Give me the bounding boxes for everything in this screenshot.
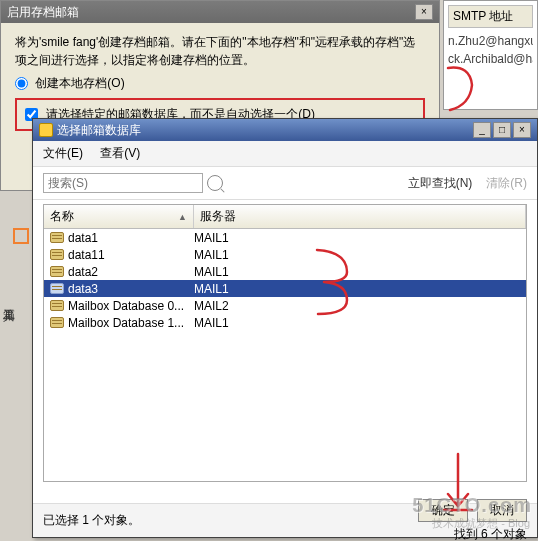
search-icon[interactable] (207, 175, 223, 191)
table-body: data1MAIL1data11MAIL1data2MAIL1data3MAIL… (44, 229, 526, 331)
search-toolbar: 立即查找(N) 清除(R) (33, 167, 537, 200)
select-db-titlebar: 选择邮箱数据库 _ □ × (33, 119, 537, 141)
row-server: MAIL2 (194, 299, 520, 313)
row-server: MAIL1 (194, 265, 520, 279)
status-selected: 已选择 1 个对象。 (43, 512, 140, 529)
radio-label: 创建本地存档(O) (35, 76, 124, 90)
smtp-address-2: ck.Archibald@ha... (448, 50, 533, 68)
radio-input[interactable] (15, 77, 28, 90)
database-icon (50, 249, 64, 260)
row-server: MAIL1 (194, 248, 520, 262)
row-name: data3 (68, 282, 98, 296)
window-controls: _ □ × (473, 122, 531, 138)
row-server: MAIL1 (194, 282, 520, 296)
row-name: data11 (68, 248, 105, 262)
find-now-link[interactable]: 立即查找(N) (408, 175, 473, 192)
row-name: data1 (68, 231, 98, 245)
close-icon[interactable]: × (415, 4, 433, 20)
minimize-icon[interactable]: _ (473, 122, 491, 138)
menubar: 文件(E) 查看(V) (33, 141, 537, 167)
database-icon (39, 123, 53, 137)
database-icon (50, 232, 64, 243)
sort-asc-icon: ▲ (178, 212, 187, 222)
clear-link[interactable]: 清除(R) (486, 175, 527, 192)
smtp-panel: SMTP 地址 n.Zhu2@hangxun... ck.Archibald@h… (443, 0, 538, 110)
orange-marker-icon (13, 228, 29, 244)
smtp-header: SMTP 地址 (448, 5, 533, 28)
database-icon (50, 317, 64, 328)
table-header: 名称▲ 服务器 (44, 205, 526, 229)
row-name: Mailbox Database 0... (68, 299, 184, 313)
row-server: MAIL1 (194, 316, 520, 330)
select-db-title: 选择邮箱数据库 (57, 123, 141, 137)
column-server[interactable]: 服务器 (194, 205, 526, 228)
table-row[interactable]: data2MAIL1 (44, 263, 526, 280)
database-icon (50, 300, 64, 311)
archive-dialog-title: 启用存档邮箱 (7, 4, 79, 21)
search-input[interactable] (43, 173, 203, 193)
row-name: Mailbox Database 1... (68, 316, 184, 330)
table-row[interactable]: Mailbox Database 1...MAIL1 (44, 314, 526, 331)
table-row[interactable]: Mailbox Database 0...MAIL2 (44, 297, 526, 314)
create-local-archive-radio[interactable]: 创建本地存档(O) (15, 75, 425, 92)
watermark: 51CTO.com (412, 494, 532, 517)
database-icon (50, 283, 64, 294)
menu-file[interactable]: 文件(E) (43, 146, 83, 160)
maximize-icon[interactable]: □ (493, 122, 511, 138)
archive-description: 将为'smile fang'创建存档邮箱。请在下面的"本地存档"和"远程承载的存… (15, 33, 425, 69)
watermark-sub: 技术成就梦想 - Blog (432, 516, 530, 531)
close-icon[interactable]: × (513, 122, 531, 138)
database-icon (50, 266, 64, 277)
column-name[interactable]: 名称▲ (44, 205, 194, 228)
table-row[interactable]: data3MAIL1 (44, 280, 526, 297)
archive-dialog-titlebar: 启用存档邮箱 × (1, 1, 439, 23)
table-row[interactable]: data11MAIL1 (44, 246, 526, 263)
row-name: data2 (68, 265, 98, 279)
menu-view[interactable]: 查看(V) (100, 146, 140, 160)
select-database-dialog: 选择邮箱数据库 _ □ × 文件(E) 查看(V) 立即查找(N) 清除(R) … (32, 118, 538, 538)
row-server: MAIL1 (194, 231, 520, 245)
title-left: 选择邮箱数据库 (39, 122, 141, 139)
database-table: 名称▲ 服务器 data1MAIL1data11MAIL1data2MAIL1d… (43, 204, 527, 482)
table-row[interactable]: data1MAIL1 (44, 229, 526, 246)
smtp-address-1: n.Zhu2@hangxun... (448, 32, 533, 50)
